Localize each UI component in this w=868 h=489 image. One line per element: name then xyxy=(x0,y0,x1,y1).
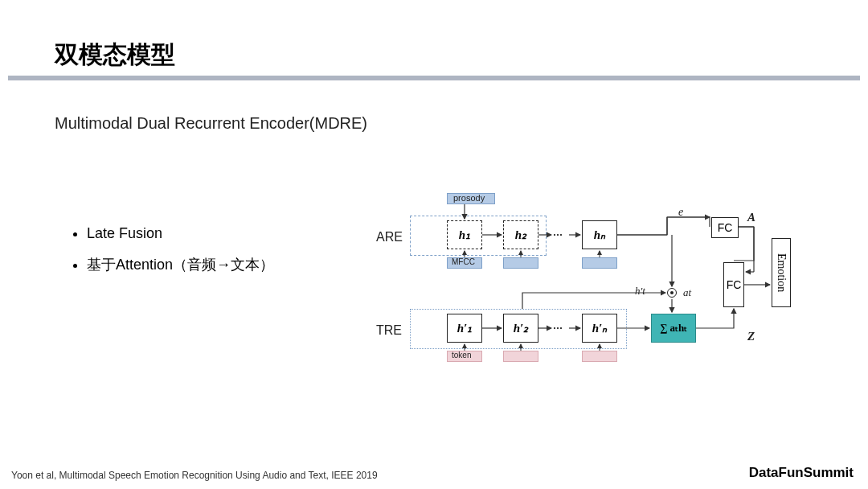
list-item: 基于Attention（音频→文本） xyxy=(87,255,274,274)
divider xyxy=(8,76,860,80)
token-bar-3 xyxy=(582,351,617,362)
mfcc-bar-3 xyxy=(582,257,617,269)
mfcc-bar-2 xyxy=(503,257,538,269)
list-item: Late Fusion xyxy=(87,225,274,242)
slide-title: 双模态模型 xyxy=(55,39,175,72)
citation-text: Yoon et al, Multimodal Speech Emotion Re… xyxy=(11,470,378,481)
fc-box-1: FC xyxy=(711,217,739,238)
prosody-label: prosody xyxy=(453,193,485,203)
tre-node-h2: h′₂ xyxy=(503,314,538,343)
edge-e-label: e xyxy=(678,206,683,219)
tre-node-hn: h′ₙ xyxy=(582,314,617,343)
mdre-diagram: ARE prosody h₁ h₂ ··· hₙ MFCC TRE h′₁ h′… xyxy=(378,185,844,394)
dots-are: ··· xyxy=(553,228,563,243)
Z-label: Z xyxy=(747,330,755,343)
bullet-list: Late Fusion 基于Attention（音频→文本） xyxy=(72,225,274,287)
are-node-h1: h₁ xyxy=(447,220,482,249)
token-label: token xyxy=(452,351,471,360)
fc-box-2: FC xyxy=(723,262,744,307)
at-label: at xyxy=(683,286,691,299)
emotion-box: Emotion xyxy=(772,238,791,307)
are-row-label: ARE xyxy=(376,230,403,244)
slide-subtitle: Multimodal Dual Recurrent Encoder(MDRE) xyxy=(55,114,367,133)
are-node-h2: h₂ xyxy=(503,220,538,249)
tre-row-label: TRE xyxy=(376,323,402,338)
token-bar-2 xyxy=(503,351,538,362)
dot-circle xyxy=(667,288,677,298)
tre-node-h1: h′₁ xyxy=(447,314,482,343)
brand-label: DataFunSummit xyxy=(749,465,854,481)
sum-box: ∑ aₜhₜ xyxy=(651,314,696,343)
dots-tre: ··· xyxy=(553,322,563,336)
are-node-hn: hₙ xyxy=(582,220,617,249)
A-label: A xyxy=(747,211,755,224)
mfcc-label: MFCC xyxy=(452,257,475,266)
ht-label: h′t xyxy=(635,285,645,298)
